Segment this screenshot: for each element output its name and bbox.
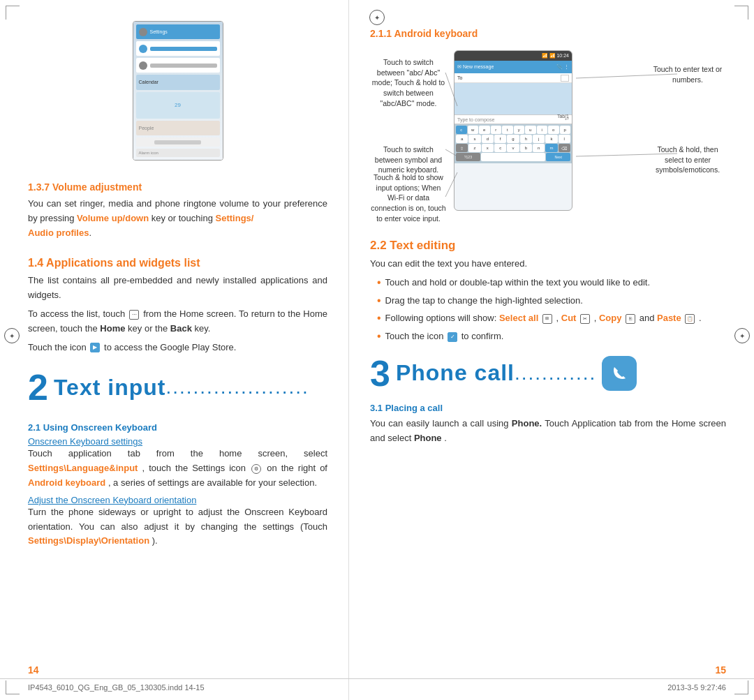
kbd-key-space	[481, 153, 546, 161]
kbd-key-i: i	[537, 126, 548, 134]
kbd-row2: a s d f g h j k l	[456, 135, 570, 143]
section-137-body: You can set ringer, media and phone ring…	[28, 197, 327, 240]
section-31-text1: You can easily launch a call using	[370, 418, 512, 429]
sub1-text1: Touch application tab from the home scre…	[28, 448, 327, 459]
section-31-bold1: Phone.	[512, 418, 542, 429]
section-14-body3: Touch the icon ▶ to access the Google Pl…	[28, 341, 327, 355]
section-22-body1: You can edit the text you have entered.	[370, 257, 726, 271]
kbd-key-cv: c	[494, 144, 506, 152]
cut-icon: ✂	[580, 314, 590, 324]
kbd-row4: ?123 Next	[456, 153, 570, 161]
left-column: Settings Calendar 29	[0, 0, 349, 700]
section-22-heading: 2.2 Text editing	[370, 239, 726, 253]
kbd-key-y: y	[514, 126, 525, 134]
section-14-b3-start: Touch the icon	[28, 342, 89, 352]
kbd-status-bar: 📶 📶 10:24	[454, 51, 572, 61]
ann-switch-symbol: Touch to switch between symbol and numer…	[370, 144, 447, 175]
sub1-text4: , a series of settings are available for…	[108, 477, 317, 488]
select-all-icon: ⊞	[542, 314, 552, 324]
kbd-compose-area: Tab/1	[454, 83, 572, 114]
adjust-orientation-link[interactable]: Adjust the Onscreen Keyboard orientation	[28, 495, 327, 505]
section-14-b2-last: key.	[195, 323, 211, 334]
kbd-key-s: s	[468, 135, 480, 143]
kbd-key-a: a	[456, 135, 468, 143]
kbd-key-p: p	[560, 126, 571, 134]
onscreen-keyboard-settings-link[interactable]: Onscreen Keyboard settings	[28, 436, 327, 447]
footer-right: 2013-3-5 9:27:46	[667, 683, 726, 692]
kbd-key-w: w	[468, 126, 479, 134]
section-14-home-bold: Home	[100, 323, 125, 334]
chapter-3-heading: 3 Phone call ............	[370, 355, 726, 392]
section-137-text3: .	[89, 228, 91, 238]
kbd-key-o: o	[548, 126, 559, 134]
chapter-2-dots: .....................	[165, 376, 309, 399]
bullet-dot-2: •	[377, 294, 381, 308]
section-14-body2: To access the list, touch ⋯ from the Hom…	[28, 307, 327, 336]
section-137-bold2: Settings/	[216, 213, 254, 223]
ann-enter-text: Touch to enter text or numbers.	[649, 64, 726, 84]
kbd-key-j: j	[533, 135, 545, 143]
device-screenshot: Settings Calendar 29	[133, 21, 223, 161]
bullet-item-4: • Touch the icon ✓ to confirm.	[377, 329, 726, 344]
chapter-3-dots: ............	[515, 362, 596, 385]
bullet-dot-4: •	[377, 329, 381, 344]
section-31-bold2: Phone	[414, 433, 442, 443]
bullet-text-2: Drag the tap to change the high-lighted …	[385, 294, 583, 308]
kbd-key-n: n	[533, 144, 545, 152]
phone-call-icon	[602, 356, 637, 391]
ann-hold-symbols: Touch & hold, then select to enter symbo…	[649, 144, 726, 175]
section-21-heading: 2.1 Using Onscreen Keyboard	[28, 422, 327, 433]
bullet-dot-3: •	[377, 311, 381, 326]
keyboard-phone-mockup: 📶 📶 10:24 ✉ New message 📎 ⋮ To Ta	[454, 50, 572, 211]
section-21-sub1-body: Touch application tab from the home scre…	[28, 447, 327, 490]
chapter-3-num: 3	[370, 355, 390, 392]
confirm-icon: ✓	[448, 332, 457, 342]
section-14-b2-end: key or the	[128, 323, 170, 334]
section-137-heading: 1.3.7 Volume adjustment	[28, 181, 327, 193]
chapter-2-heading: 2 Text input .....................	[28, 369, 327, 405]
sub1-bold1: Settings\Language&input	[28, 463, 138, 473]
section-137: 1.3.7 Volume adjustment You can set ring…	[28, 174, 327, 244]
footer: IP4543_6010_QG_Eng_GB_05_130305.indd 14-…	[0, 678, 754, 692]
sub1-bold2: Android keyboard	[28, 477, 105, 488]
kbd-msg-bar: ✉ New message 📎 ⋮	[454, 61, 572, 73]
page-number-left: 14	[28, 664, 39, 676]
kbd-key-z: z	[468, 144, 480, 152]
kbd-key-m: m	[545, 144, 557, 152]
footer-left: IP4543_6010_QG_Eng_GB_05_130305.indd 14-…	[28, 683, 205, 692]
paste-icon: 📋	[685, 314, 695, 324]
sub2-text1: Turn the phone sideways or upright to ad…	[28, 507, 327, 532]
section-137-text2: key or touching	[151, 213, 216, 223]
right-column: 2.1.1 Android keyboard Touch to switch b…	[349, 0, 754, 700]
bullet-item-1: • Touch and hold or double-tap within th…	[377, 276, 726, 290]
settings-gear-icon: ⚙	[251, 464, 261, 474]
bullet-dot-1: •	[377, 276, 381, 290]
section-21: 2.1 Using Onscreen Keyboard Onscreen Key…	[28, 417, 327, 553]
sub1-text2: , touch the Settings icon	[142, 463, 251, 473]
chapter-3-title: Phone call	[396, 360, 515, 386]
section-14-b2-start: To access the list, touch	[28, 308, 128, 319]
bullet-item-3: • Following options will show: Select al…	[377, 311, 726, 326]
kbd-key-c: c	[456, 126, 467, 134]
section-14-b3-mid: to access the Google Play Store.	[104, 342, 236, 352]
section-14-heading: 1.4 Applications and widgets list	[28, 257, 327, 269]
sub2-bold: Settings\Display\Orientation	[28, 535, 149, 546]
kbd-compose-bar: Type to compose ↩	[454, 114, 572, 124]
chapter-2-num: 2	[28, 369, 48, 405]
section-14-body1: The list contains all pre-embedded and n…	[28, 274, 327, 303]
play-store-icon: ▶	[90, 343, 100, 352]
kbd-key-f: f	[494, 135, 506, 143]
kbd-key-d: d	[482, 135, 494, 143]
sub2-text2: ).	[152, 535, 158, 546]
bullet-text-1: Touch and hold or double-tap within the …	[385, 276, 650, 290]
kbd-key-t: t	[502, 126, 513, 134]
kbd-key-u: u	[525, 126, 536, 134]
kbd-key-shift: ⇧	[456, 144, 468, 152]
section-137-bold1: Volume up/down	[77, 213, 149, 223]
kbd-row1: c w e r t y u i o p	[456, 126, 570, 134]
section-14: 1.4 Applications and widgets list The li…	[28, 250, 327, 359]
device-screenshot-wrapper: Settings Calendar 29	[28, 21, 327, 167]
section-21-sub2-body: Turn the phone sideways or upright to ad…	[28, 505, 327, 549]
kbd-key-next: Next	[546, 153, 570, 161]
bullet-item-2: • Drag the tap to change the high-lighte…	[377, 294, 726, 308]
